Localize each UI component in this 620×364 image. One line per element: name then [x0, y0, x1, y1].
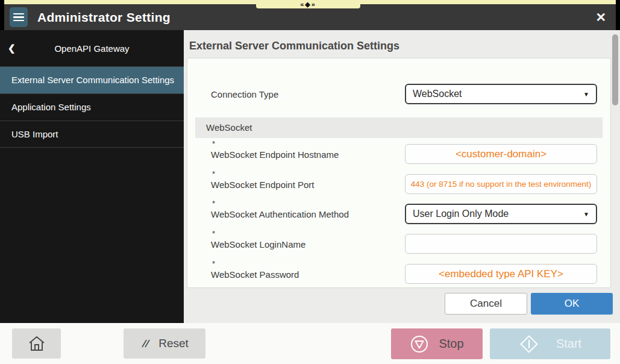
connection-type-row: Connection Type WebSocket ▼ — [187, 84, 610, 104]
sidebar-item-label: External Server Communication Settings — [11, 75, 174, 85]
stop-button[interactable]: Stop — [391, 328, 483, 359]
hamburger-menu-button[interactable] — [10, 7, 28, 27]
required-asterisk: * — [212, 169, 215, 178]
ok-button[interactable]: OK — [531, 293, 613, 315]
websocket-section-header: WebSocket — [195, 118, 603, 138]
page-title: Administrator Setting — [37, 10, 171, 25]
reset-slashes-icon — [140, 339, 151, 348]
chevron-down-icon: ▼ — [583, 211, 589, 218]
bottom-bar: Reset Stop Start — [0, 323, 620, 364]
websocket-auth-method-dropdown[interactable]: User Login Only Mode ▼ — [405, 204, 597, 224]
home-button[interactable] — [12, 328, 61, 359]
sidebar-header: ❮ OpenAPI Gateway — [0, 30, 184, 66]
required-asterisk: * — [212, 259, 215, 268]
close-icon[interactable]: ✕ — [595, 11, 606, 24]
cancel-button[interactable]: Cancel — [445, 293, 527, 315]
websocket-auth-method-row: * WebSocket Authentication Method User L… — [187, 204, 610, 224]
websocket-hostname-label: WebSocket Endpoint Hostname — [211, 149, 339, 160]
stop-icon — [410, 334, 429, 354]
websocket-password-row: * WebSocket Password — [187, 264, 610, 284]
reset-button[interactable]: Reset — [124, 328, 205, 359]
connection-type-label: Connection Type — [211, 89, 278, 99]
sidebar-item-external-server-communication-settings[interactable]: External Server Communication Settings — [0, 66, 184, 93]
scrollbar-thumb[interactable] — [612, 34, 618, 105]
connection-type-dropdown[interactable]: WebSocket ▼ — [405, 84, 597, 104]
websocket-hostname-input[interactable] — [405, 144, 597, 164]
main-heading: External Server Communication Settings — [189, 40, 399, 52]
start-button[interactable]: Start — [490, 328, 610, 359]
start-icon — [519, 334, 539, 354]
connection-type-value: WebSocket — [413, 89, 462, 99]
required-asterisk: * — [212, 139, 215, 148]
stop-label: Stop — [439, 337, 463, 351]
sidebar-item-usb-import[interactable]: USB Import — [0, 121, 184, 148]
required-asterisk: * — [212, 199, 215, 208]
bezel-indicator-glyphs: «◆» — [300, 1, 316, 8]
websocket-port-label: WebSocket Endpoint Port — [211, 180, 315, 190]
bezel-indicator: «◆» — [256, 0, 360, 8]
websocket-password-label: WebSocket Password — [211, 269, 299, 280]
websocket-password-input[interactable] — [405, 264, 597, 284]
websocket-loginname-input[interactable] — [405, 234, 597, 254]
websocket-loginname-row: * WebSocket LoginName — [187, 234, 610, 254]
websocket-loginname-label: WebSocket LoginName — [211, 239, 305, 249]
sidebar-header-label: OpenAPI Gateway — [54, 43, 129, 54]
reset-label: Reset — [158, 337, 189, 350]
main-panel: External Server Communication Settings C… — [184, 30, 620, 323]
websocket-port-row: * WebSocket Endpoint Port — [187, 174, 610, 195]
websocket-auth-method-label: WebSocket Authentication Method — [211, 209, 349, 219]
chevron-down-icon: ▼ — [583, 91, 589, 98]
sidebar-item-label: Application Settings — [11, 102, 91, 112]
start-label: Start — [556, 337, 581, 351]
sidebar-item-application-settings[interactable]: Application Settings — [0, 93, 184, 121]
websocket-auth-method-value: User Login Only Mode — [413, 209, 509, 219]
back-chevron-icon[interactable]: ❮ — [8, 43, 16, 54]
settings-card: Connection Type WebSocket ▼ WebSocket * … — [187, 58, 611, 288]
sidebar-item-label: USB Import — [11, 129, 58, 139]
required-asterisk: * — [212, 229, 215, 238]
websocket-port-input[interactable] — [405, 174, 597, 194]
sidebar: ❮ OpenAPI Gateway External Server Commun… — [0, 30, 184, 323]
home-icon — [28, 335, 46, 352]
hamburger-icon — [13, 13, 24, 15]
websocket-hostname-row: * WebSocket Endpoint Hostname — [187, 144, 610, 165]
